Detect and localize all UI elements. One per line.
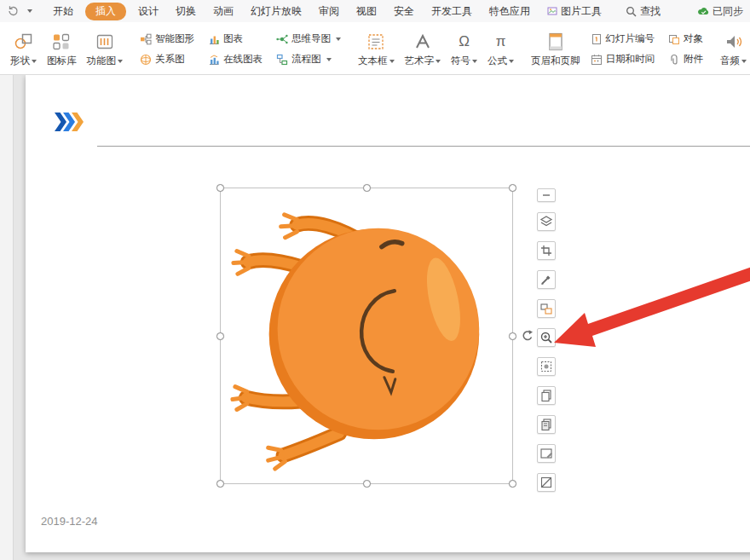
shapes-icon (14, 31, 34, 52)
toolbar-change-picture-button[interactable] (537, 299, 556, 318)
paperclip-icon (668, 54, 680, 66)
toolbar-reset-button[interactable] (537, 473, 556, 492)
tab-home[interactable]: 开始 (44, 2, 82, 21)
tab-review[interactable]: 审阅 (310, 2, 348, 21)
tab-transitions[interactable]: 切换 (167, 2, 205, 21)
relation-diagram-icon (140, 54, 152, 66)
effects-icon (539, 360, 553, 373)
chevron-down-icon (336, 38, 341, 41)
toolbar-crop-button[interactable] (537, 241, 556, 260)
tab-insert[interactable]: 插入 (85, 3, 126, 20)
selection-handle-top-left[interactable] (216, 184, 224, 192)
ribbon-relation-diagram-button[interactable]: 关系图 (140, 53, 194, 66)
crop-icon (539, 244, 553, 257)
ribbon: 形状 图标库 功能图 智能图形 图表 思维导图 (0, 22, 750, 75)
chevron-down-icon (741, 60, 747, 63)
text-box-icon (366, 31, 386, 52)
cloud-synced-icon (697, 5, 709, 17)
audio-icon (724, 31, 744, 52)
undo-circle-icon[interactable] (7, 5, 19, 17)
mind-map-icon (276, 33, 288, 45)
chevron-down-icon (326, 58, 332, 61)
smart-graphic-icon (140, 33, 152, 45)
date-time-icon (591, 54, 603, 66)
tab-slideshow[interactable]: 幻灯片放映 (242, 2, 310, 21)
diagonal-none-icon (539, 476, 553, 489)
ribbon-chart-button[interactable]: 图表 (208, 32, 262, 45)
monster-illustration (221, 188, 512, 483)
tab-developer[interactable]: 开发工具 (423, 2, 481, 21)
brush-icon (539, 273, 553, 286)
tab-view[interactable]: 视图 (348, 2, 385, 21)
sync-status[interactable]: 已同步 (697, 4, 743, 19)
word-art-icon (412, 31, 433, 52)
ribbon-icon-library-button[interactable]: 图标库 (42, 24, 82, 74)
ribbon-smart-graphic-button[interactable]: 智能图形 (140, 32, 194, 45)
toolbar-zoom-in-button[interactable] (537, 328, 556, 347)
object-icon (668, 33, 680, 45)
selection-handle-bottom-right[interactable] (509, 480, 516, 488)
selection-handle-bottom-left[interactable] (216, 480, 224, 488)
ribbon-header-footer-button[interactable]: 页眉和页脚 (526, 24, 586, 74)
slide-panel-collapsed[interactable] (0, 75, 14, 560)
ribbon-audio-button[interactable]: 音频 (715, 24, 750, 74)
icon-library-icon (51, 31, 72, 52)
tab-design[interactable]: 设计 (130, 2, 167, 21)
chevron-down-icon (389, 60, 395, 63)
magnifier-plus-icon (539, 331, 553, 344)
toolbar-recolor-button[interactable] (537, 270, 556, 289)
menu-bar: 开始 插入 设计 切换 动画 幻灯片放映 审阅 视图 安全 开发工具 特色应用 … (0, 0, 750, 22)
chevron-down-icon (436, 60, 441, 63)
toolbar-copy-button[interactable] (537, 386, 556, 405)
picture-float-toolbar (536, 188, 557, 492)
tab-security[interactable]: 安全 (385, 2, 423, 21)
slide[interactable]: 2019-12-24 (26, 75, 750, 552)
slide-date-text: 2019-12-24 (41, 515, 98, 528)
duplicate-icon (539, 418, 553, 431)
ribbon-mind-map-button[interactable]: 思维导图 (276, 32, 341, 45)
tab-special-apps[interactable]: 特色应用 (481, 2, 539, 21)
selection-handle-middle-left[interactable] (216, 332, 224, 340)
rotate-handle[interactable] (521, 329, 534, 343)
ribbon-word-art-button[interactable]: 艺术字 (400, 24, 447, 74)
ribbon-object-button[interactable]: 对象 (668, 32, 703, 45)
selection-handle-top-right[interactable] (509, 184, 516, 192)
ribbon-insert-meta-group: 幻灯片编号 对象 日期和时间 附件 (586, 24, 709, 74)
tab-picture-tools[interactable]: 图片工具 (539, 2, 610, 21)
toolbar-edit-picture-button[interactable] (537, 444, 556, 463)
toolbar-duplicate-button[interactable] (537, 415, 556, 434)
slide-divider-line (97, 146, 750, 147)
ribbon-flow-chart-button[interactable]: 流程图 (276, 53, 341, 66)
ribbon-slide-number-button[interactable]: 幻灯片编号 (591, 32, 655, 45)
chevron-down-icon (118, 60, 123, 63)
wps-presentation-window: 开始 插入 设计 切换 动画 幻灯片放映 审阅 视图 安全 开发工具 特色应用 … (0, 0, 750, 560)
ribbon-text-box-button[interactable]: 文本框 (353, 24, 400, 74)
menubar-search[interactable]: 查找 (626, 4, 661, 19)
chart-icon (208, 33, 220, 45)
ribbon-function-diagram-button[interactable]: 功能图 (82, 24, 129, 74)
tab-animation[interactable]: 动画 (205, 2, 242, 21)
ribbon-symbol-button[interactable]: Ω 符号 (446, 24, 482, 74)
slide-editing-area: 2019-12-24 (0, 75, 750, 560)
selection-handle-middle-right[interactable] (509, 332, 516, 340)
toolbar-layers-button[interactable] (537, 212, 556, 231)
ribbon-shapes-button[interactable]: 形状 (5, 24, 42, 74)
selection-handle-top-center[interactable] (363, 184, 371, 192)
selection-handle-bottom-center[interactable] (363, 480, 371, 488)
toolbar-collapse-button[interactable] (537, 188, 556, 202)
selected-picture[interactable] (220, 188, 513, 484)
chevron-down-icon[interactable] (27, 9, 32, 13)
ribbon-formula-button[interactable]: π 公式 (482, 24, 519, 74)
ribbon-online-chart-button[interactable]: 在线图表 (208, 53, 262, 66)
slide-logo-chevrons (55, 113, 92, 131)
toolbar-picture-effects-button[interactable] (537, 357, 556, 376)
flow-chart-icon (276, 54, 288, 66)
formula-pi-icon: π (496, 31, 506, 52)
layers-icon (539, 215, 553, 228)
ribbon-date-time-button[interactable]: 日期和时间 (591, 53, 655, 66)
quick-access-icons (7, 5, 32, 17)
picture-tools-icon (547, 6, 557, 16)
chevron-down-icon (509, 60, 514, 63)
search-icon (626, 6, 637, 17)
ribbon-attachment-button[interactable]: 附件 (668, 53, 703, 66)
